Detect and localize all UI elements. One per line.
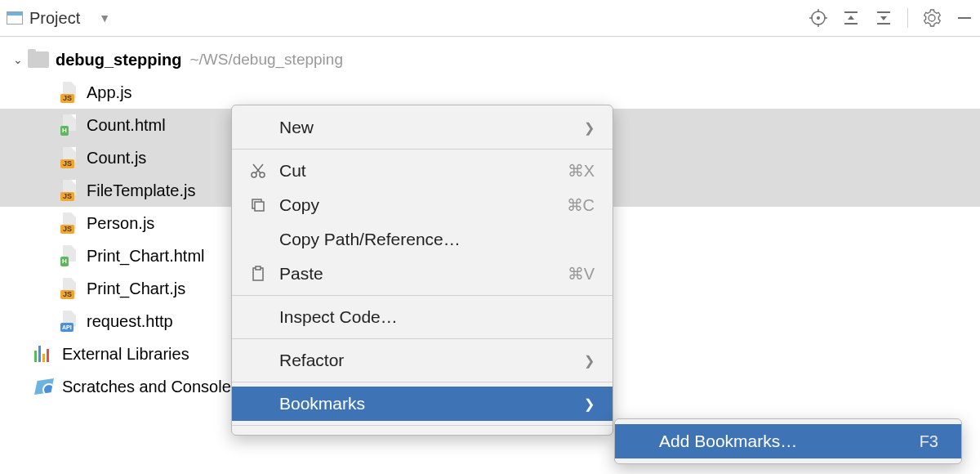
project-label: Project bbox=[29, 9, 80, 28]
file-name: FileTemplate.js bbox=[87, 181, 195, 200]
bookmarks-submenu: Add Bookmarks… F3 bbox=[614, 418, 962, 464]
menu-bookmarks[interactable]: Bookmarks ❯ bbox=[232, 387, 612, 421]
menu-shortcut: F3 bbox=[920, 432, 938, 451]
file-name: App.js bbox=[87, 83, 132, 102]
target-icon[interactable] bbox=[809, 9, 827, 27]
gear-icon[interactable] bbox=[923, 9, 941, 27]
menu-refactor[interactable]: Refactor ❯ bbox=[232, 343, 612, 378]
menu-new[interactable]: New ❯ bbox=[232, 110, 612, 145]
js-file-icon: JS bbox=[60, 82, 78, 103]
js-file-icon: JS bbox=[60, 278, 78, 299]
project-toolbar: Project ▼ bbox=[0, 0, 980, 37]
menu-add-bookmarks[interactable]: Add Bookmarks… F3 bbox=[615, 424, 961, 458]
menu-label: Refactor bbox=[279, 351, 584, 370]
html-file-icon: H bbox=[60, 245, 78, 266]
scratches-icon bbox=[34, 378, 54, 395]
menu-paste[interactable]: Paste ⌘V bbox=[232, 257, 612, 291]
menu-label: Copy Path/Reference… bbox=[279, 230, 595, 249]
scratches-label: Scratches and Consoles bbox=[62, 378, 239, 396]
html-file-icon: H bbox=[60, 114, 78, 136]
menu-separator bbox=[232, 338, 612, 339]
svg-rect-20 bbox=[256, 266, 261, 270]
menu-label: Cut bbox=[279, 161, 568, 181]
project-window-icon bbox=[7, 11, 23, 25]
svg-marker-10 bbox=[880, 16, 887, 20]
menu-label: Copy bbox=[279, 195, 567, 215]
file-name: Print_Chart.html bbox=[87, 247, 205, 266]
folder-path: ~/WS/debug_stepping bbox=[189, 51, 343, 69]
chevron-right-icon: ❯ bbox=[584, 396, 595, 412]
svg-marker-7 bbox=[848, 16, 854, 20]
menu-separator bbox=[232, 149, 612, 150]
api-file-icon: API bbox=[60, 311, 78, 332]
file-name: request.http bbox=[87, 312, 173, 331]
js-file-icon: JS bbox=[60, 212, 78, 234]
chevron-down-icon: ⌄ bbox=[13, 53, 28, 66]
tree-file-app-js[interactable]: JS App.js bbox=[0, 76, 980, 109]
menu-copy-path[interactable]: Copy Path/Reference… bbox=[232, 222, 612, 257]
menu-shortcut: ⌘X bbox=[568, 161, 595, 181]
file-name: Count.js bbox=[87, 149, 146, 168]
menu-shortcut: ⌘V bbox=[568, 264, 595, 284]
menu-separator bbox=[232, 295, 612, 296]
file-name: Count.html bbox=[87, 116, 166, 135]
file-name: Print_Chart.js bbox=[87, 279, 185, 298]
menu-label: Inspect Code… bbox=[279, 307, 595, 327]
folder-icon bbox=[28, 51, 49, 68]
minimize-icon[interactable] bbox=[956, 9, 973, 27]
libraries-icon bbox=[34, 346, 54, 362]
svg-rect-18 bbox=[255, 202, 264, 211]
chevron-right-icon: ❯ bbox=[584, 120, 595, 136]
toolbar-divider bbox=[907, 8, 908, 28]
chevron-right-icon: ❯ bbox=[584, 353, 595, 369]
folder-name: debug_stepping bbox=[56, 51, 181, 69]
scissors-icon bbox=[250, 163, 279, 179]
menu-cut[interactable]: Cut ⌘X bbox=[232, 154, 612, 188]
expand-all-icon[interactable] bbox=[842, 9, 860, 27]
toolbar-actions bbox=[809, 8, 973, 28]
menu-shortcut: ⌘C bbox=[567, 195, 595, 215]
svg-point-1 bbox=[817, 16, 820, 20]
copy-icon bbox=[250, 197, 279, 213]
menu-label: Bookmarks bbox=[279, 394, 584, 414]
context-menu: New ❯ Cut ⌘X Copy ⌘C Copy Path/Reference… bbox=[231, 105, 613, 436]
project-dropdown[interactable]: Project ▼ bbox=[7, 9, 110, 28]
file-name: Person.js bbox=[87, 214, 154, 233]
clipboard-icon bbox=[250, 266, 279, 282]
chevron-down-icon: ▼ bbox=[99, 11, 110, 25]
external-libraries-label: External Libraries bbox=[62, 345, 189, 364]
menu-separator bbox=[232, 425, 612, 426]
collapse-all-icon[interactable] bbox=[875, 9, 893, 27]
tree-root-folder[interactable]: ⌄ debug_stepping ~/WS/debug_stepping bbox=[0, 43, 980, 76]
menu-label: Paste bbox=[279, 264, 568, 284]
menu-inspect-code[interactable]: Inspect Code… bbox=[232, 300, 612, 334]
menu-label: Add Bookmarks… bbox=[659, 432, 920, 451]
menu-copy[interactable]: Copy ⌘C bbox=[232, 188, 612, 222]
menu-label: New bbox=[279, 118, 584, 137]
menu-separator bbox=[232, 382, 612, 382]
js-file-icon: JS bbox=[60, 180, 78, 201]
js-file-icon: JS bbox=[60, 147, 78, 168]
